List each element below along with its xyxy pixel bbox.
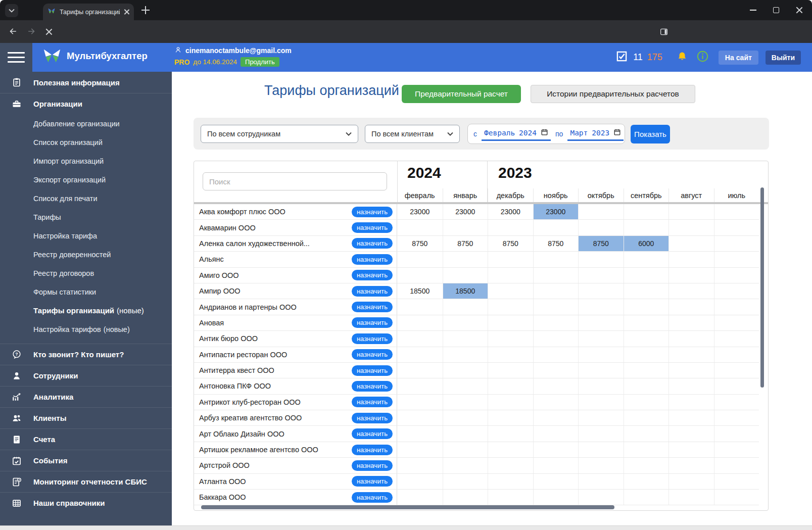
tariff-cell[interactable] bbox=[668, 458, 714, 473]
tariff-cell[interactable] bbox=[443, 363, 488, 378]
tariff-cell[interactable] bbox=[668, 204, 714, 219]
tariff-cell[interactable] bbox=[488, 363, 533, 378]
tariff-cell[interactable] bbox=[714, 395, 759, 410]
tariff-cell[interactable] bbox=[488, 458, 533, 473]
assign-button[interactable]: назначить bbox=[352, 428, 393, 439]
tariff-cell[interactable] bbox=[578, 252, 624, 267]
tariff-cell[interactable] bbox=[578, 410, 624, 425]
sidebar-item-employees[interactable]: Сотрудники bbox=[0, 365, 172, 386]
tariff-cell[interactable] bbox=[578, 378, 624, 394]
tariff-cell[interactable] bbox=[397, 426, 443, 441]
tariff-cell[interactable] bbox=[488, 315, 533, 330]
tariff-cell[interactable] bbox=[624, 331, 669, 346]
tariff-cell[interactable] bbox=[443, 458, 488, 473]
tariff-cell[interactable] bbox=[533, 268, 579, 283]
sidebar-toggle-button[interactable] bbox=[0, 43, 32, 72]
employees-select[interactable]: По всем сотрудникам bbox=[201, 125, 358, 143]
tariff-cell[interactable] bbox=[668, 426, 714, 441]
sidebar-item-add-organization[interactable]: Добавление организации bbox=[0, 114, 172, 133]
back-button[interactable] bbox=[8, 26, 18, 38]
tariff-cell[interactable] bbox=[714, 347, 759, 362]
tariff-cell[interactable] bbox=[624, 490, 669, 505]
tariff-cell[interactable] bbox=[397, 410, 443, 425]
tariff-cell[interactable]: 8750 bbox=[578, 236, 624, 251]
tariff-cell[interactable] bbox=[714, 283, 759, 299]
tariff-cell[interactable] bbox=[624, 442, 669, 457]
tariff-cell[interactable] bbox=[533, 442, 579, 457]
tariff-cell[interactable] bbox=[397, 268, 443, 283]
tariff-cell[interactable] bbox=[443, 442, 488, 457]
tariff-cell[interactable] bbox=[533, 474, 579, 489]
tariff-cell[interactable] bbox=[668, 299, 714, 314]
tariff-cell[interactable] bbox=[578, 490, 624, 505]
to-site-button[interactable]: На сайт bbox=[719, 51, 758, 65]
sidebar-item-org-import[interactable]: Импорт организаций bbox=[0, 152, 172, 170]
tariff-cell[interactable] bbox=[714, 426, 759, 441]
tariff-cell[interactable] bbox=[443, 395, 488, 410]
calendar-icon[interactable] bbox=[541, 128, 548, 138]
assign-button[interactable]: назначить bbox=[352, 317, 393, 328]
sidebar-item-tariff-setup[interactable]: Настройка тарифа bbox=[0, 226, 172, 245]
tariff-cell[interactable] bbox=[624, 204, 669, 219]
tariff-cell[interactable] bbox=[488, 331, 533, 346]
assign-button[interactable]: назначить bbox=[352, 270, 393, 280]
tariff-cell[interactable]: 8750 bbox=[488, 236, 533, 251]
assign-button[interactable]: назначить bbox=[352, 207, 393, 217]
tariff-cell[interactable] bbox=[443, 315, 488, 330]
sidebar-item-invoices[interactable]: Счета bbox=[0, 428, 172, 450]
tariff-cell[interactable] bbox=[578, 474, 624, 489]
tariff-cell[interactable] bbox=[443, 426, 488, 441]
date-from-input[interactable]: Февраль 2024 bbox=[482, 127, 551, 141]
tariff-cell[interactable] bbox=[397, 299, 443, 314]
clients-select[interactable]: По всем клиентам bbox=[365, 125, 460, 143]
tariff-cell[interactable] bbox=[578, 395, 624, 410]
window-close-button[interactable] bbox=[788, 0, 811, 20]
tariff-cell[interactable] bbox=[488, 410, 533, 425]
assign-button[interactable]: назначить bbox=[352, 222, 393, 233]
tariff-cell[interactable] bbox=[624, 378, 669, 394]
tariff-cell[interactable] bbox=[668, 220, 714, 235]
notifications-count[interactable]: 175 bbox=[647, 52, 662, 63]
tariff-cell[interactable] bbox=[624, 315, 669, 330]
sidebar-item-org-list[interactable]: Список организаций bbox=[0, 133, 172, 152]
tariff-cell[interactable] bbox=[714, 331, 759, 346]
tariff-cell[interactable] bbox=[533, 220, 579, 235]
tariff-cell[interactable] bbox=[578, 315, 624, 330]
tariff-cell[interactable]: 23000 bbox=[488, 204, 533, 219]
tariff-cell[interactable] bbox=[533, 252, 579, 267]
tariff-cell[interactable] bbox=[668, 474, 714, 489]
assign-button[interactable]: назначить bbox=[352, 445, 393, 455]
sidebar-item-tariffs[interactable]: Тарифы bbox=[0, 208, 172, 226]
tariff-cell[interactable] bbox=[488, 299, 533, 314]
tariff-cell[interactable] bbox=[624, 283, 669, 299]
tariff-cell[interactable] bbox=[714, 474, 759, 489]
tariff-cell[interactable] bbox=[488, 378, 533, 394]
tariff-cell[interactable]: 8750 bbox=[443, 236, 488, 251]
tariff-cell[interactable] bbox=[578, 220, 624, 235]
extend-button[interactable]: Продлить bbox=[241, 57, 279, 67]
tariff-cell[interactable] bbox=[668, 283, 714, 299]
tariff-cell[interactable] bbox=[443, 220, 488, 235]
sidebar-item-statistics-forms[interactable]: Формы статистики bbox=[0, 282, 172, 301]
user-email[interactable]: cinemanoctambule@gmail.com bbox=[185, 46, 292, 55]
tariff-cell[interactable] bbox=[397, 331, 443, 346]
tariff-cell[interactable] bbox=[714, 458, 759, 473]
tariff-cell[interactable] bbox=[624, 347, 669, 362]
window-maximize-button[interactable] bbox=[765, 0, 788, 20]
assign-button[interactable]: назначить bbox=[352, 492, 393, 503]
preliminary-calc-button[interactable]: Предварительный расчет bbox=[402, 85, 521, 103]
assign-button[interactable]: назначить bbox=[352, 349, 393, 360]
sidebar-item-events[interactable]: События bbox=[0, 450, 172, 471]
tariff-cell[interactable] bbox=[443, 490, 488, 505]
tariff-cell[interactable] bbox=[578, 363, 624, 378]
assign-button[interactable]: назначить bbox=[352, 238, 393, 249]
sidebar-item-tariff-setup-new[interactable]: Настройка тарифов(новые) bbox=[0, 320, 172, 339]
tariff-cell[interactable] bbox=[397, 395, 443, 410]
sidebar-item-directories[interactable]: Наши справочники bbox=[0, 492, 172, 513]
logout-button[interactable]: Выйти bbox=[766, 51, 801, 65]
assign-button[interactable]: назначить bbox=[352, 413, 393, 423]
tariff-cell[interactable] bbox=[668, 315, 714, 330]
info-icon[interactable] bbox=[696, 50, 709, 65]
tariff-cell[interactable] bbox=[397, 458, 443, 473]
tariff-cell[interactable] bbox=[397, 474, 443, 489]
